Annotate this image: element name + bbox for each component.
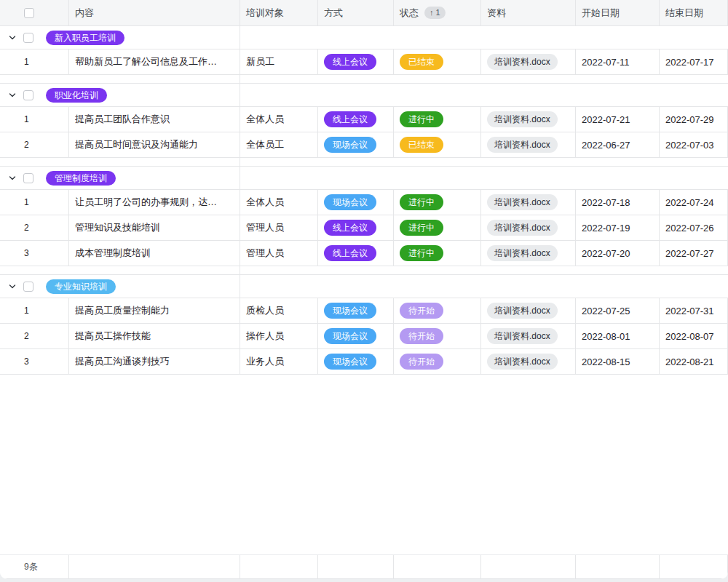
cell-material[interactable]: 培训资料.docx [481,241,576,266]
row-handle-cell[interactable]: 1 [0,107,69,132]
column-header-target[interactable]: 培训对象 [240,0,318,25]
chevron-down-icon[interactable] [7,33,17,43]
cell-content[interactable]: 提高员工时间意识及沟通能力 [69,132,240,157]
cell-start-date[interactable]: 2022-07-25 [576,298,660,323]
cell-end-date[interactable]: 2022-07-03 [660,132,728,157]
group-select-checkbox[interactable] [23,282,33,292]
cell-start-date[interactable]: 2022-07-18 [576,190,660,215]
cell-end-date[interactable]: 2022-07-24 [660,190,728,215]
row-handle-cell[interactable]: 1 [0,49,69,74]
material-chip[interactable]: 培训资料.docx [487,54,558,70]
material-chip[interactable]: 培训资料.docx [487,111,558,127]
footer-summary-cell[interactable] [240,555,318,578]
column-header-method[interactable]: 方式 [318,0,394,25]
cell-method[interactable]: 现场会议 [318,132,394,157]
cell-method[interactable]: 线上会议 [318,215,394,240]
chevron-down-icon[interactable] [7,90,17,100]
column-header-content[interactable]: 内容 [69,0,240,25]
cell-end-date[interactable]: 2022-08-21 [660,349,728,374]
footer-summary-cell[interactable] [481,555,576,578]
cell-status[interactable]: 待开始 [394,298,481,323]
column-header-start[interactable]: 开始日期 [576,0,660,25]
column-header-material[interactable]: 资料 [481,0,576,25]
cell-target[interactable]: 全体员工 [240,132,318,157]
cell-status[interactable]: 已结束 [394,49,481,74]
cell-method[interactable]: 线上会议 [318,107,394,132]
cell-status[interactable]: 已结束 [394,132,481,157]
cell-end-date[interactable]: 2022-07-17 [660,49,728,74]
material-chip[interactable]: 培训资料.docx [487,194,558,210]
chevron-down-icon[interactable] [7,173,17,183]
cell-start-date[interactable]: 2022-08-15 [576,349,660,374]
group-select-checkbox[interactable] [23,173,33,183]
cell-status[interactable]: 进行中 [394,190,481,215]
cell-start-date[interactable]: 2022-07-21 [576,107,660,132]
row-handle-cell[interactable]: 3 [0,349,69,374]
cell-target[interactable]: 全体人员 [240,107,318,132]
cell-status[interactable]: 进行中 [394,241,481,266]
cell-material[interactable]: 培训资料.docx [481,324,576,348]
cell-target[interactable]: 管理人员 [240,215,318,240]
cell-start-date[interactable]: 2022-06-27 [576,132,660,157]
footer-summary-cell[interactable] [660,555,728,578]
cell-material[interactable]: 培训资料.docx [481,107,576,132]
material-chip[interactable]: 培训资料.docx [487,245,558,261]
row-handle-cell[interactable]: 3 [0,241,69,266]
material-chip[interactable]: 培训资料.docx [487,303,558,319]
cell-start-date[interactable]: 2022-07-11 [576,49,660,74]
cell-status[interactable]: 待开始 [394,324,481,348]
cell-status[interactable]: 进行中 [394,107,481,132]
cell-target[interactable]: 业务人员 [240,349,318,374]
row-handle-cell[interactable]: 2 [0,215,69,240]
material-chip[interactable]: 培训资料.docx [487,328,558,344]
cell-content[interactable]: 提高员工沟通谈判技巧 [69,349,240,374]
cell-content[interactable]: 成本管理制度培训 [69,241,240,266]
cell-status[interactable]: 待开始 [394,349,481,374]
footer-summary-cell[interactable] [69,555,240,578]
cell-content[interactable]: 提高员工质量控制能力 [69,298,240,323]
cell-material[interactable]: 培训资料.docx [481,49,576,74]
group-select-checkbox[interactable] [23,90,33,100]
column-header-end[interactable]: 结束日期 [660,0,728,25]
material-chip[interactable]: 培训资料.docx [487,220,558,236]
cell-method[interactable]: 现场会议 [318,324,394,348]
column-header-status[interactable]: 状态↑ 1 [394,0,481,25]
cell-end-date[interactable]: 2022-07-29 [660,107,728,132]
cell-material[interactable]: 培训资料.docx [481,298,576,323]
material-chip[interactable]: 培训资料.docx [487,137,558,153]
cell-material[interactable]: 培训资料.docx [481,132,576,157]
cell-material[interactable]: 培训资料.docx [481,215,576,240]
row-handle-cell[interactable]: 1 [0,190,69,215]
cell-method[interactable]: 现场会议 [318,190,394,215]
cell-content[interactable]: 提高员工团队合作意识 [69,107,240,132]
row-handle-cell[interactable]: 2 [0,132,69,157]
cell-method[interactable]: 线上会议 [318,49,394,74]
select-all-checkbox[interactable] [24,8,34,18]
material-chip[interactable]: 培训资料.docx [487,354,558,370]
cell-start-date[interactable]: 2022-07-20 [576,241,660,266]
cell-material[interactable]: 培训资料.docx [481,190,576,215]
cell-end-date[interactable]: 2022-08-07 [660,324,728,348]
cell-target[interactable]: 新员工 [240,49,318,74]
cell-material[interactable]: 培训资料.docx [481,349,576,374]
group-select-checkbox[interactable] [23,33,33,43]
cell-status[interactable]: 进行中 [394,215,481,240]
cell-content[interactable]: 帮助新员工了解公司信息及工作… [69,49,240,74]
footer-summary-cell[interactable] [394,555,481,578]
cell-start-date[interactable]: 2022-08-01 [576,324,660,348]
cell-content[interactable]: 管理知识及技能培训 [69,215,240,240]
cell-content[interactable]: 提高员工操作技能 [69,324,240,348]
cell-end-date[interactable]: 2022-07-31 [660,298,728,323]
cell-target[interactable]: 质检人员 [240,298,318,323]
cell-end-date[interactable]: 2022-07-26 [660,215,728,240]
cell-method[interactable]: 现场会议 [318,349,394,374]
footer-summary-cell[interactable] [576,555,660,578]
chevron-down-icon[interactable] [7,282,17,292]
footer-summary-cell[interactable] [318,555,394,578]
cell-method[interactable]: 现场会议 [318,298,394,323]
cell-method[interactable]: 线上会议 [318,241,394,266]
cell-start-date[interactable]: 2022-07-19 [576,215,660,240]
cell-target[interactable]: 全体人员 [240,190,318,215]
cell-target[interactable]: 管理人员 [240,241,318,266]
cell-content[interactable]: 让员工明了公司的办事规则，达… [69,190,240,215]
